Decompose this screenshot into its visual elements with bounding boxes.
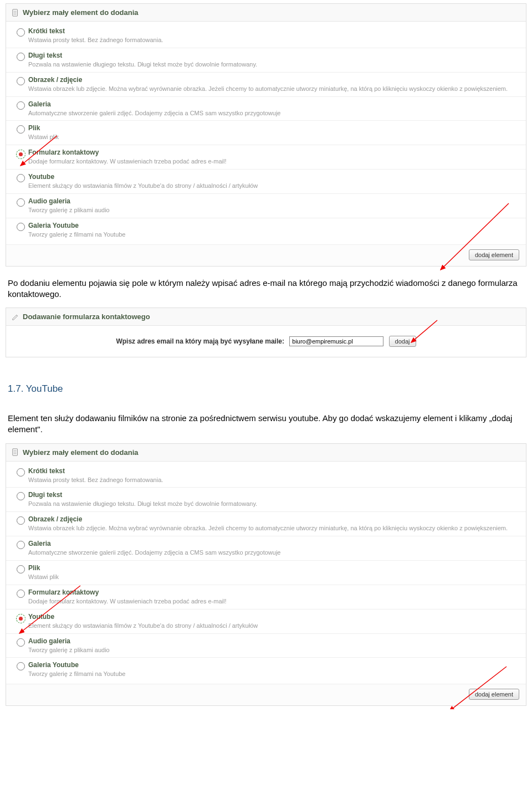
option-row[interactable]: Galeria YoutubeTworzy galerię z filmami … [6, 658, 526, 682]
option-description: Wstawia prosty tekst. Bez żadnego format… [28, 476, 519, 484]
panel-title: Wybierz mały element do dodania [23, 8, 139, 17]
option-title: Formularz kontaktowy [28, 148, 519, 156]
option-title: Audio galeria [28, 197, 519, 205]
option-title: Długi tekst [28, 52, 519, 59]
radio-icon[interactable] [17, 638, 25, 647]
option-row[interactable]: YoutubeElement służący do wstawiania fil… [6, 170, 526, 194]
radio-icon[interactable] [17, 492, 25, 500]
option-description: Wstawi plik [28, 133, 519, 141]
radio-icon[interactable] [17, 468, 25, 477]
radio-selected-icon[interactable] [16, 150, 25, 159]
option-description: Automatyczne stworzenie galerii zdjęć. D… [28, 109, 519, 117]
option-row[interactable]: PlikWstawi plik [6, 121, 526, 145]
option-title: Plik [28, 124, 519, 132]
option-description: Pozwala na wstawienie długiego tekstu. D… [28, 500, 519, 508]
option-description: Wstawia prosty tekst. Bez żadnego format… [28, 36, 519, 44]
option-title: Krótki tekst [28, 467, 519, 475]
radio-icon[interactable] [17, 77, 25, 85]
option-description: Element służący do wstawiania filmów z Y… [28, 622, 519, 630]
radio-icon[interactable] [17, 198, 25, 207]
option-description: Dodaje formularz kontaktowy. W ustawieni… [28, 157, 519, 166]
option-title: Audio galeria [28, 637, 519, 645]
option-row[interactable]: Galeria YoutubeTworzy galerię z filmami … [6, 218, 526, 242]
paragraph: Po dodaniu elementu pojawia się pole w k… [0, 270, 532, 305]
radio-icon[interactable] [17, 223, 25, 231]
option-row[interactable]: Długi tekstPozwala na wstawienie długieg… [6, 48, 526, 73]
pencil-icon [12, 313, 19, 321]
email-label: Wpisz adres email na który mają być wysy… [116, 337, 284, 345]
option-description: Automatyczne stworzenie galerii zdjęć. D… [28, 549, 519, 557]
option-title: Galeria [28, 540, 519, 547]
radio-icon[interactable] [17, 28, 25, 37]
add-button[interactable]: dodaj [389, 336, 416, 347]
paragraph: Element ten służy dodawaniu filmików na … [0, 405, 532, 440]
radio-icon[interactable] [17, 125, 25, 134]
option-row[interactable]: Audio galeriaTworzy galerię z plikami au… [6, 634, 526, 658]
option-title: Galeria Youtube [28, 661, 519, 669]
option-title: Galeria [28, 100, 519, 108]
element-select-panel-2: Wybierz mały element do dodania Krótki t… [6, 443, 526, 706]
option-row[interactable]: Audio galeriaTworzy galerię z plikami au… [6, 194, 526, 218]
option-row[interactable]: Formularz kontaktowyDodaje formularz kon… [6, 145, 526, 170]
option-description: Wstawi plik [28, 573, 519, 581]
option-title: Youtube [28, 613, 519, 621]
option-title: Długi tekst [28, 491, 519, 499]
document-icon [12, 448, 19, 456]
radio-icon[interactable] [17, 662, 25, 670]
radio-icon[interactable] [17, 565, 25, 573]
email-input[interactable] [289, 336, 383, 346]
option-description: Tworzy galerię z plikami audio [28, 206, 519, 214]
option-row[interactable]: Krótki tekstWstawia prosty tekst. Bez ża… [6, 24, 526, 48]
document-icon [12, 9, 19, 17]
radio-icon[interactable] [17, 53, 25, 61]
option-title: Krótki tekst [28, 27, 519, 35]
option-description: Element służący do wstawiania filmów z Y… [28, 182, 519, 190]
radio-icon[interactable] [17, 590, 25, 598]
option-description: Wstawia obrazek lub zdjęcie. Można wybra… [28, 85, 519, 93]
option-title: Plik [28, 564, 519, 572]
option-description: Tworzy galerię z filmami na Youtube [28, 670, 519, 678]
option-title: Obrazek / zdjęcie [28, 76, 519, 84]
add-element-button[interactable]: dodaj element [469, 249, 519, 260]
radio-icon[interactable] [17, 516, 25, 525]
option-row[interactable]: Obrazek / zdjęcieWstawia obrazek lub zdj… [6, 512, 526, 536]
radio-icon[interactable] [17, 174, 25, 182]
option-row[interactable]: GaleriaAutomatyczne stworzenie galerii z… [6, 536, 526, 561]
radio-icon[interactable] [17, 101, 25, 110]
option-row[interactable]: GaleriaAutomatyczne stworzenie galerii z… [6, 97, 526, 121]
panel-title: Wybierz mały element do dodania [23, 448, 139, 457]
option-title: Obrazek / zdjęcie [28, 515, 519, 523]
radio-selected-icon[interactable] [16, 614, 25, 623]
option-row[interactable]: Krótki tekstWstawia prosty tekst. Bez ża… [6, 464, 526, 488]
section-heading: 1.7. YouTube [0, 381, 532, 396]
option-description: Tworzy galerię z filmami na Youtube [28, 230, 519, 239]
contact-form-add-panel: Dodawanie formularza kontaktowego Wpisz … [6, 308, 526, 357]
option-description: Pozwala na wstawienie długiego tekstu. D… [28, 60, 519, 69]
option-row[interactable]: YoutubeElement służący do wstawiania fil… [6, 609, 526, 634]
option-title: Formularz kontaktowy [28, 588, 519, 596]
option-row[interactable]: Formularz kontaktowyDodaje formularz kon… [6, 585, 526, 609]
option-description: Wstawia obrazek lub zdjęcie. Można wybra… [28, 524, 519, 532]
option-description: Dodaje formularz kontaktowy. W ustawieni… [28, 597, 519, 606]
radio-icon[interactable] [17, 541, 25, 549]
panel-header: Dodawanie formularza kontaktowego [6, 308, 526, 326]
panel-header: Wybierz mały element do dodania [6, 4, 526, 22]
panel-title: Dodawanie formularza kontaktowego [23, 313, 150, 321]
option-row[interactable]: Długi tekstPozwala na wstawienie długieg… [6, 488, 526, 512]
option-title: Galeria Youtube [28, 222, 519, 229]
element-select-panel-1: Wybierz mały element do dodania Krótki t… [6, 3, 526, 267]
option-description: Tworzy galerię z plikami audio [28, 646, 519, 654]
option-row[interactable]: Obrazek / zdjęcieWstawia obrazek lub zdj… [6, 73, 526, 97]
add-element-button[interactable]: dodaj element [469, 689, 519, 700]
option-title: Youtube [28, 173, 519, 181]
panel-header: Wybierz mały element do dodania [6, 444, 526, 462]
option-row[interactable]: PlikWstawi plik [6, 561, 526, 585]
